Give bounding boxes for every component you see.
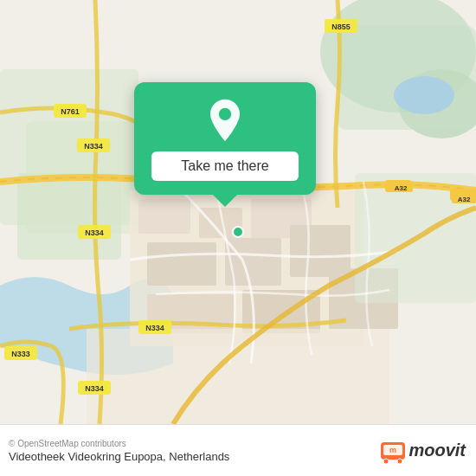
svg-text:A32: A32 — [458, 196, 471, 203]
svg-point-49 — [397, 459, 402, 464]
svg-text:N334: N334 — [85, 384, 104, 393]
take-me-there-button[interactable]: Take me there — [151, 151, 299, 181]
bottom-bar: © OpenStreetMap contributors Videotheek … — [0, 424, 476, 476]
svg-rect-10 — [138, 199, 190, 234]
svg-text:m: m — [389, 446, 396, 454]
attribution-text: © OpenStreetMap contributors — [9, 439, 229, 448]
svg-rect-4 — [338, 26, 476, 130]
svg-text:N334: N334 — [84, 142, 103, 151]
moovit-icon: m — [377, 435, 408, 466]
svg-text:N855: N855 — [331, 23, 351, 31]
location-pin-icon — [203, 98, 248, 143]
bottom-left: © OpenStreetMap contributors Videotheek … — [9, 439, 229, 463]
svg-point-48 — [383, 459, 389, 464]
svg-text:N334: N334 — [145, 324, 164, 332]
svg-rect-20 — [87, 329, 389, 424]
svg-text:N333: N333 — [11, 350, 30, 358]
svg-text:N761: N761 — [61, 107, 80, 116]
svg-text:A32: A32 — [395, 184, 408, 192]
svg-point-45 — [219, 108, 231, 120]
svg-rect-13 — [147, 242, 216, 286]
svg-point-44 — [233, 227, 243, 237]
map-container: N761 N334 N334 N334 N334 A32 A32 A32 N85… — [0, 0, 476, 424]
svg-point-5 — [394, 76, 454, 114]
svg-text:N334: N334 — [85, 228, 104, 237]
moovit-label: moovit — [408, 441, 466, 460]
moovit-logo: m moovit — [377, 435, 466, 466]
location-name: Videotheek Videokring Eupopa, Netherland… — [9, 450, 229, 463]
popup-card: Take me there — [134, 82, 316, 195]
